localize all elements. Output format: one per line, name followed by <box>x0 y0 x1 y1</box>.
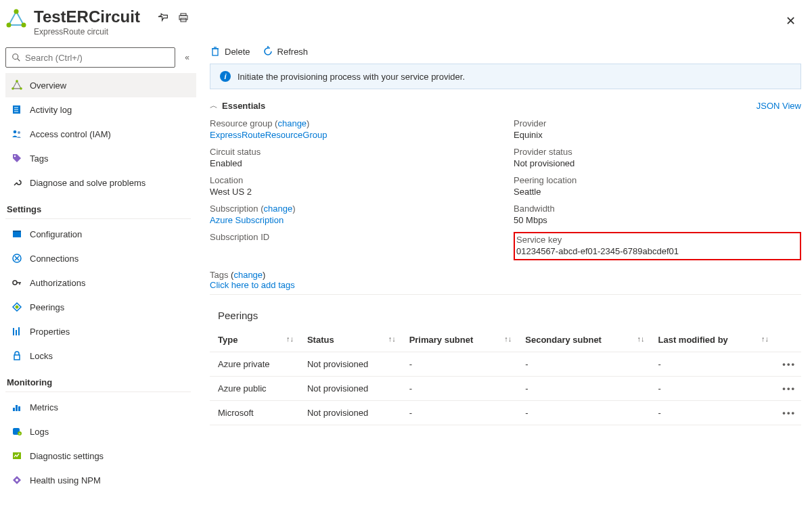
sidebar-item-label: Locks <box>30 351 53 361</box>
essentials-field: ProviderEquinix <box>514 118 801 140</box>
sidebar-item-label: Diagnose and solve problems <box>30 178 145 188</box>
sidebar-item-label: Connections <box>30 254 78 264</box>
nav-icon <box>11 79 23 91</box>
sidebar-item-metrics[interactable]: Metrics <box>5 395 196 419</box>
nav-icon <box>11 401 23 413</box>
sidebar-item-label: Authorizations <box>30 278 85 288</box>
peerings-table: Type↑↓Status↑↓Primary subnet↑↓Secondary … <box>210 328 801 425</box>
search-input[interactable] <box>5 47 175 68</box>
essentials-field: Bandwidth50 Mbps <box>514 204 801 225</box>
refresh-button[interactable]: Refresh <box>263 46 309 57</box>
close-icon[interactable]: ✕ <box>780 8 801 34</box>
row-more-icon[interactable]: ••• <box>774 401 801 425</box>
essentials-field: LocationWest US 2 <box>210 175 497 197</box>
sort-icon: ↑↓ <box>286 335 294 343</box>
tags-change-link[interactable]: change <box>233 270 263 280</box>
sidebar-item-connections[interactable]: Connections <box>5 246 196 270</box>
collapse-sidebar-icon[interactable]: « <box>182 50 192 65</box>
essentials-field: Provider statusNot provisioned <box>514 147 801 168</box>
sidebar-item-label: Configuration <box>30 229 82 239</box>
sidebar-item-configuration[interactable]: Configuration <box>5 222 196 246</box>
table-cell: Not provisioned <box>299 352 401 377</box>
svg-rect-43 <box>212 49 218 55</box>
svg-text:+: + <box>19 431 21 435</box>
field-value: Seattle <box>514 187 801 197</box>
nav-icon <box>11 474 23 486</box>
resource-icon <box>5 8 27 30</box>
table-cell: - <box>517 377 650 401</box>
chevron-up-icon[interactable]: ︿ <box>210 100 218 112</box>
essentials-field: Subscription (change)Azure Subscription <box>210 204 497 225</box>
field-value: Not provisioned <box>514 158 801 168</box>
field-link[interactable]: ExpressRouteResourceGroup <box>210 130 327 140</box>
column-header[interactable]: Status↑↓ <box>299 328 401 352</box>
column-header[interactable]: Last modified by↑↓ <box>650 328 774 352</box>
table-cell: - <box>401 377 518 401</box>
add-tags-link[interactable]: Click here to add tags <box>210 280 295 290</box>
column-header[interactable]: Primary subnet↑↓ <box>401 328 518 352</box>
json-view-link[interactable]: JSON View <box>757 101 801 111</box>
pin-icon[interactable] <box>158 12 168 25</box>
nav-icon <box>11 252 23 264</box>
field-link[interactable]: Azure Subscription <box>210 215 284 225</box>
delete-button[interactable]: Delete <box>210 46 250 57</box>
sidebar-section-header: Settings <box>5 195 196 216</box>
nav-icon <box>11 228 23 240</box>
sidebar-item-label: Peerings <box>30 302 64 312</box>
sidebar-item-tags[interactable]: Tags <box>5 146 196 170</box>
sidebar-item-locks[interactable]: Locks <box>5 343 196 368</box>
sidebar-item-overview[interactable]: Overview <box>5 73 196 97</box>
row-more-icon[interactable]: ••• <box>774 377 801 401</box>
field-value: Azure Subscription <box>210 215 497 225</box>
page-title: TestERCircuit <box>34 8 140 26</box>
svg-point-1 <box>14 9 19 14</box>
table-row[interactable]: Azure publicNot provisioned---••• <box>210 377 801 401</box>
svg-point-12 <box>12 88 14 91</box>
sidebar-item-peerings[interactable]: Peerings <box>5 295 196 319</box>
nav-icon <box>11 128 23 140</box>
print-icon[interactable] <box>178 12 189 25</box>
field-label: Circuit status <box>210 147 497 157</box>
sidebar-item-logs[interactable]: +Logs <box>5 419 196 444</box>
row-more-icon[interactable]: ••• <box>774 352 801 377</box>
sidebar-item-authorizations[interactable]: Authorizations <box>5 270 196 295</box>
sidebar-item-label: Overview <box>30 80 66 91</box>
sidebar-item-properties[interactable]: Properties <box>5 319 196 343</box>
sidebar-item-diagnose-and-solve-problems[interactable]: Diagnose and solve problems <box>5 170 196 195</box>
field-value: West US 2 <box>210 187 497 197</box>
nav-icon: + <box>11 425 23 437</box>
table-cell: - <box>401 401 518 425</box>
nav-icon <box>11 152 23 164</box>
field-label: Subscription ID <box>210 232 497 242</box>
table-cell: - <box>650 401 774 425</box>
sidebar-item-diagnostic-settings[interactable]: Diagnostic settings <box>5 444 196 468</box>
svg-point-11 <box>20 88 22 91</box>
svg-rect-36 <box>18 406 20 411</box>
sidebar-item-activity-log[interactable]: Activity log <box>5 97 196 122</box>
change-link[interactable]: change <box>277 118 307 128</box>
field-value: ExpressRouteResourceGroup <box>210 130 497 140</box>
column-header[interactable]: Secondary subnet↑↓ <box>517 328 650 352</box>
field-value: Enabled <box>210 158 497 168</box>
change-link[interactable]: change <box>264 204 293 214</box>
svg-point-25 <box>13 281 17 285</box>
essentials-field: Subscription ID <box>210 232 497 260</box>
sidebar-item-access-control-iam-[interactable]: Access control (IAM) <box>5 122 196 146</box>
page-header: TestERCircuit ExpressRoute circuit ✕ <box>0 0 812 41</box>
sidebar-item-label: Logs <box>30 427 49 437</box>
sidebar-item-health-using-npm[interactable]: Health using NPM <box>5 468 196 492</box>
nav-icon <box>11 301 23 313</box>
field-label: Peering location <box>514 175 801 185</box>
column-header[interactable]: Type↑↓ <box>210 328 299 352</box>
main-content: Delete Refresh i Initiate the provisioni… <box>196 41 812 522</box>
field-label: Subscription (change) <box>210 204 497 214</box>
svg-point-17 <box>14 130 17 134</box>
svg-marker-29 <box>15 305 19 309</box>
table-row[interactable]: MicrosoftNot provisioned---••• <box>210 401 801 425</box>
nav-icon <box>11 176 23 189</box>
tags-label: Tags <box>210 270 228 280</box>
sidebar-section-header: Monitoring <box>5 368 196 389</box>
table-row[interactable]: Azure privateNot provisioned---••• <box>210 352 801 377</box>
table-cell: Not provisioned <box>299 377 401 401</box>
svg-line-8 <box>18 59 20 62</box>
